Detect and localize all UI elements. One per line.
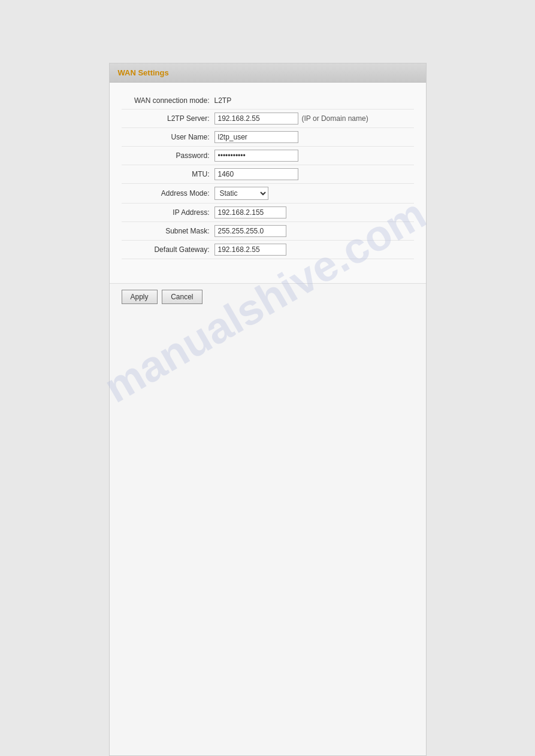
- wan-connection-mode-label: WAN connection mode:: [122, 96, 214, 105]
- address-mode-label: Address Mode:: [122, 189, 214, 198]
- wan-connection-mode-row: WAN connection mode: L2TP: [122, 92, 414, 110]
- user-name-row: User Name:: [122, 128, 414, 147]
- address-mode-row: Address Mode: Static Dynamic: [122, 184, 414, 204]
- password-input[interactable]: [214, 150, 298, 162]
- wan-connection-mode-value: L2TP: [214, 96, 232, 105]
- l2tp-server-input[interactable]: [214, 113, 298, 125]
- mtu-label: MTU:: [122, 170, 214, 178]
- page-container: WAN Settings WAN connection mode: L2TP L…: [0, 0, 535, 756]
- address-mode-select[interactable]: Static Dynamic: [214, 187, 268, 200]
- panel-body: WAN connection mode: L2TP L2TP Server: (…: [110, 83, 426, 283]
- subnet-mask-row: Subnet Mask:: [122, 222, 414, 241]
- default-gateway-input[interactable]: [214, 244, 286, 256]
- panel-header: WAN Settings: [110, 63, 426, 83]
- mtu-row: MTU:: [122, 165, 414, 184]
- spacer: [122, 259, 414, 271]
- l2tp-server-hint: (IP or Domain name): [302, 114, 368, 123]
- default-gateway-row: Default Gateway:: [122, 241, 414, 259]
- mtu-input[interactable]: [214, 168, 298, 180]
- apply-button[interactable]: Apply: [122, 290, 158, 304]
- user-name-input[interactable]: [214, 131, 298, 143]
- ip-address-input[interactable]: [214, 207, 286, 218]
- l2tp-server-label: L2TP Server:: [122, 114, 214, 123]
- user-name-label: User Name:: [122, 133, 214, 141]
- subnet-mask-input[interactable]: [214, 225, 286, 237]
- password-row: Password:: [122, 147, 414, 165]
- default-gateway-label: Default Gateway:: [122, 245, 214, 254]
- cancel-button[interactable]: Cancel: [162, 290, 202, 304]
- ip-address-row: IP Address:: [122, 204, 414, 222]
- subnet-mask-label: Subnet Mask:: [122, 227, 214, 235]
- l2tp-server-row: L2TP Server: (IP or Domain name): [122, 110, 414, 128]
- panel-title: WAN Settings: [118, 68, 169, 77]
- wan-settings-panel: WAN Settings WAN connection mode: L2TP L…: [109, 63, 427, 756]
- panel-footer: Apply Cancel: [110, 283, 426, 310]
- password-label: Password:: [122, 151, 214, 160]
- ip-address-label: IP Address:: [122, 208, 214, 217]
